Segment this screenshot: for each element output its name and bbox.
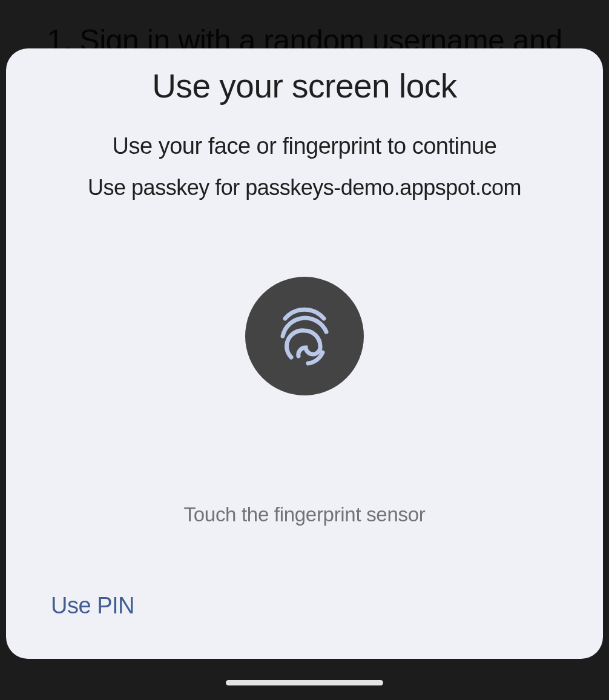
fingerprint-hint: Touch the fingerprint sensor xyxy=(184,503,426,526)
dialog-subtitle: Use your face or fingerprint to continue xyxy=(113,133,497,159)
fingerprint-sensor[interactable] xyxy=(245,277,364,395)
fingerprint-icon xyxy=(274,303,335,369)
android-nav-pill[interactable] xyxy=(226,680,383,685)
dialog-title: Use your screen lock xyxy=(152,67,457,105)
dialog-domain-line: Use passkey for passkeys-demo.appspot.co… xyxy=(88,175,521,200)
screen-lock-dialog: Use your screen lock Use your face or fi… xyxy=(6,48,603,659)
use-pin-button[interactable]: Use PIN xyxy=(51,593,134,619)
